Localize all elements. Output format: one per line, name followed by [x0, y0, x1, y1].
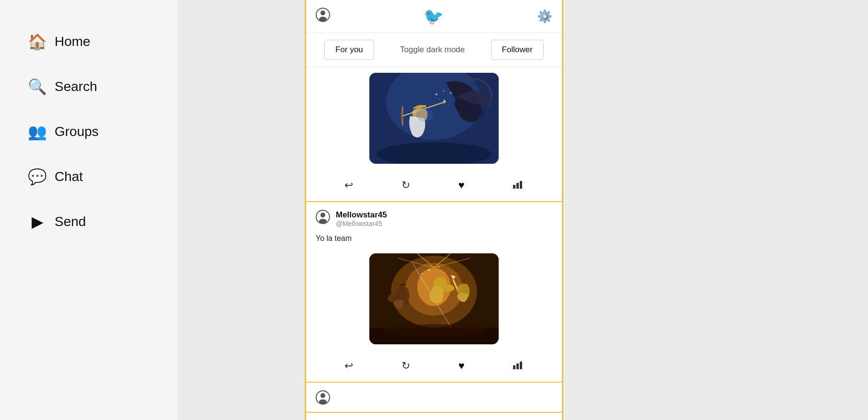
- stats-button-1[interactable]: [508, 176, 528, 194]
- post-2: Mellowstar45 @Mellowstar45 Yo la team: [306, 202, 562, 383]
- feed-tabs: For you Toggle dark mode Follower: [306, 33, 562, 67]
- svg-rect-37: [513, 365, 515, 369]
- svg-point-13: [416, 108, 433, 122]
- post-2-text: Yo la team: [306, 231, 562, 248]
- post-2-author-handle: @Mellowstar45: [336, 220, 387, 227]
- tab-for-you[interactable]: For you: [324, 40, 374, 60]
- like-button-1[interactable]: ♥: [454, 176, 469, 194]
- repost-button-2[interactable]: ↻: [397, 357, 415, 375]
- post-2-author-name: Mellowstar45: [336, 210, 387, 220]
- groups-icon: 👥: [29, 123, 46, 141]
- chat-icon: 💬: [29, 168, 46, 186]
- post-1-actions: ↩ ↻ ♥: [306, 170, 562, 201]
- send-icon: ▶: [29, 213, 46, 231]
- post-1-image-container: [306, 67, 562, 170]
- svg-point-12: [450, 92, 452, 94]
- svg-point-34: [438, 266, 440, 268]
- main-area: 🐦 ⚙️ For you Toggle dark mode Follower: [177, 0, 691, 420]
- post-2-image: [369, 253, 499, 344]
- svg-rect-39: [520, 362, 522, 369]
- reply-button-1[interactable]: ↩: [340, 176, 358, 194]
- stats-button-2[interactable]: [508, 357, 528, 375]
- post-2-actions: ↩ ↻ ♥: [306, 350, 562, 382]
- sidebar-label-send: Send: [55, 214, 86, 229]
- post-1-image: [369, 73, 499, 164]
- svg-point-35: [443, 272, 444, 273]
- app-logo: 🐦: [423, 7, 444, 26]
- svg-point-19: [319, 219, 327, 224]
- reply-button-2[interactable]: ↩: [340, 357, 358, 375]
- svg-point-36: [421, 272, 423, 274]
- sidebar-item-chat[interactable]: 💬 Chat: [0, 154, 177, 199]
- svg-rect-15: [516, 183, 519, 189]
- svg-point-2: [319, 17, 327, 22]
- search-icon: 🔍: [29, 78, 46, 96]
- sidebar-label-groups: Groups: [55, 124, 99, 139]
- sidebar: 🏠 Home 🔍 Search 👥 Groups 💬 Chat ▶ Send: [0, 0, 177, 420]
- like-button-2[interactable]: ♥: [454, 357, 469, 375]
- post-2-image-container: [306, 248, 562, 350]
- sidebar-label-chat: Chat: [55, 169, 83, 184]
- tab-follower[interactable]: Follower: [491, 40, 544, 60]
- post-2-avatar-icon[interactable]: [316, 210, 330, 227]
- svg-point-18: [320, 213, 325, 217]
- svg-point-41: [320, 393, 325, 398]
- sidebar-item-search[interactable]: 🔍 Search: [0, 64, 177, 109]
- post-2-author-row: Mellowstar45 @Mellowstar45: [306, 202, 562, 231]
- svg-point-9: [435, 93, 437, 95]
- svg-point-1: [320, 11, 325, 15]
- sidebar-label-home: Home: [55, 34, 91, 49]
- settings-gear-icon[interactable]: ⚙️: [537, 9, 552, 24]
- sidebar-label-search: Search: [55, 79, 97, 94]
- feed-column: 🐦 ⚙️ For you Toggle dark mode Follower: [305, 0, 563, 420]
- feed-header: 🐦 ⚙️: [306, 0, 562, 33]
- svg-point-42: [319, 399, 327, 404]
- post-2-author-info: Mellowstar45 @Mellowstar45: [336, 210, 387, 227]
- post-3-avatar-icon[interactable]: [316, 390, 330, 408]
- svg-rect-38: [516, 363, 519, 369]
- right-panel: [691, 0, 868, 420]
- sidebar-item-home[interactable]: 🏠 Home: [0, 19, 177, 64]
- svg-point-10: [443, 91, 445, 92]
- post-3-author-row: [306, 383, 562, 412]
- home-icon: 🏠: [29, 33, 46, 51]
- svg-point-33: [428, 269, 430, 271]
- sidebar-item-send[interactable]: ▶ Send: [0, 199, 177, 244]
- tab-dark-mode[interactable]: Toggle dark mode: [396, 40, 468, 59]
- svg-rect-16: [520, 181, 522, 189]
- post-1: ↩ ↻ ♥: [306, 67, 562, 202]
- repost-button-1[interactable]: ↻: [397, 176, 415, 194]
- svg-point-11: [438, 99, 439, 100]
- svg-point-32: [381, 324, 487, 336]
- post-3: [306, 383, 562, 413]
- svg-rect-14: [513, 185, 515, 189]
- sidebar-item-groups[interactable]: 👥 Groups: [0, 109, 177, 154]
- user-avatar-icon[interactable]: [316, 8, 330, 25]
